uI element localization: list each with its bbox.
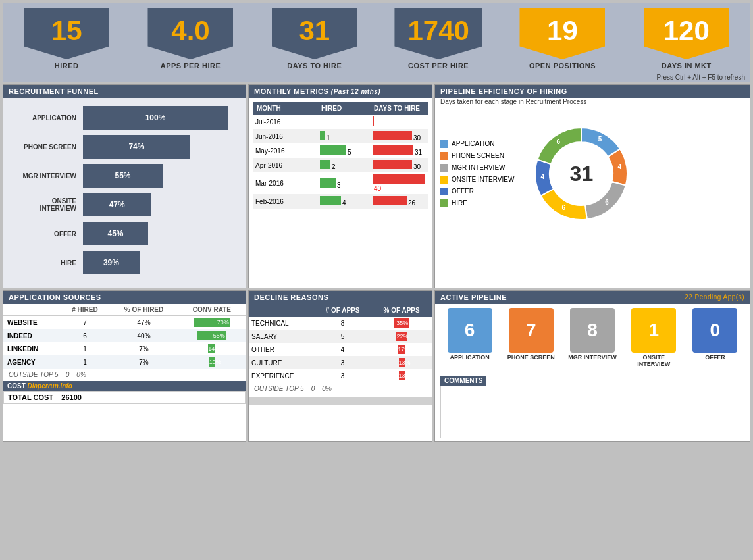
kpi-label: APPS PER HIRE xyxy=(161,62,221,72)
monthly-title: MONTHLY METRICS (Past 12 mths) xyxy=(249,85,432,98)
pipeline-stage-box: 8MGR INTERVIEW xyxy=(563,308,621,367)
funnel-bar: 47% xyxy=(83,193,151,216)
decline-table: # OF APPS% OF APPSTECHNICAL835%SALARY522… xyxy=(249,304,432,382)
svg-text:6: 6 xyxy=(557,138,561,145)
legend-label: HIRE xyxy=(452,197,467,209)
svg-text:4: 4 xyxy=(618,163,622,170)
kpi-item-hired: 15HIRED xyxy=(5,8,128,72)
monthly-month: Jul-2016 xyxy=(253,115,317,129)
pipeline-stage-label: APPLICATION xyxy=(450,354,489,361)
funnel-bar: 100% xyxy=(83,106,228,130)
decline-row: OTHER417% xyxy=(249,343,432,356)
total-cost-label: TOTAL COST xyxy=(8,394,53,401)
monthly-col-header: MONTH xyxy=(253,102,317,115)
kpi-item-days-to-hire: 31DAYS TO HIRE xyxy=(253,8,376,72)
pipeline-stage-value: 7 xyxy=(509,308,554,353)
decline-row: TECHNICAL835% xyxy=(249,317,432,330)
kpi-label: HIRED xyxy=(55,62,79,72)
funnel-row: PHONE SCREEN74% xyxy=(14,135,235,159)
app-sources-table: # HIRED% OF HIREDCONV RATEWEBSITE747%70%… xyxy=(3,304,246,369)
legend-item: HIRE xyxy=(440,197,514,209)
kpi-item-cost-per-hire: 1740COST PER HIRE xyxy=(377,8,500,72)
pipeline-content: APPLICATIONPHONE SCREENMGR INTERVIEWONSI… xyxy=(435,109,750,238)
funnel-content: APPLICATION100%PHONE SCREEN74%MGR INTERV… xyxy=(3,98,246,288)
monthly-month: Feb-2016 xyxy=(253,194,317,209)
pipeline-legend: APPLICATIONPHONE SCREENMGR INTERVIEWONSI… xyxy=(440,138,514,209)
legend-label: ONSITE INTERVIEW xyxy=(452,174,514,186)
pipeline-stage-value: 0 xyxy=(692,308,737,353)
svg-text:6: 6 xyxy=(562,204,566,211)
monthly-row: Jul-2016 xyxy=(253,115,428,129)
cost-label: COST xyxy=(7,382,26,390)
source-col-header: CONV RATE xyxy=(178,304,246,316)
funnel-panel: RECRUITMENT FUNNEL APPLICATION100%PHONE … xyxy=(3,84,246,288)
funnel-row: MGR INTERVIEW55% xyxy=(14,164,235,188)
legend-label: APPLICATION xyxy=(452,138,494,150)
funnel-row: HIRE39% xyxy=(14,251,235,274)
legend-item: APPLICATION xyxy=(440,138,514,150)
pipeline-stage-label: MGR INTERVIEW xyxy=(568,354,616,361)
monthly-month: Jun-2016 xyxy=(253,129,317,143)
funnel-title: RECRUITMENT FUNNEL xyxy=(3,85,246,98)
kpi-value: 15 xyxy=(24,8,109,59)
legend-item: MGR INTERVIEW xyxy=(440,162,514,174)
comments-body xyxy=(440,386,744,438)
total-cost-value: 26100 xyxy=(61,394,82,401)
kpi-value: 31 xyxy=(272,8,357,59)
kpi-label: COST PER HIRE xyxy=(408,62,469,72)
app-source-row: LINKEDIN17%14% xyxy=(3,342,246,355)
pipeline-panel: PIPELINE EFFICIENCY OF HIRING Days taken… xyxy=(434,84,750,288)
donut-center-value: 31 xyxy=(570,162,594,186)
source-col-header: # HIRED xyxy=(60,304,109,316)
svg-text:5: 5 xyxy=(598,136,602,143)
monthly-content: MONTHHIREDDAYS TO HIREJul-2016Jun-201613… xyxy=(249,98,432,213)
legend-label: OFFER xyxy=(452,186,474,197)
svg-text:6: 6 xyxy=(606,199,610,206)
funnel-bar: 39% xyxy=(83,251,140,274)
funnel-row-label: MGR INTERVIEW xyxy=(14,172,83,180)
watermark: Diaperrun.info xyxy=(28,382,72,390)
monthly-row: Jun-2016130 xyxy=(253,129,428,143)
pipeline-stage-label: OFFER xyxy=(705,354,725,361)
funnel-row-label: OFFER xyxy=(14,230,83,238)
pipeline-stage-box: 0OFFER xyxy=(686,308,744,367)
app-sources-panel: APPLICATION SOURCES # HIRED% OF HIREDCON… xyxy=(3,290,246,442)
kpi-item-open-positions: 19OPEN POSITIONS xyxy=(501,8,623,72)
decline-col-header: # OF APPS xyxy=(314,304,371,317)
app-source-row: INDEED640%55% xyxy=(3,329,246,342)
source-col-header: % OF HIRED xyxy=(109,304,178,316)
kpi-value: 1740 xyxy=(394,8,482,59)
kpi-label: DAYS IN MKT xyxy=(662,62,712,72)
dashboard: 15HIRED4.0APPS PER HIRE31DAYS TO HIRE174… xyxy=(0,0,753,444)
funnel-row: OFFER45% xyxy=(14,222,235,245)
pipeline-stage-box: 1ONSITE INTERVIEW xyxy=(625,308,683,367)
decline-row: EXPERIENCE313% xyxy=(249,369,432,382)
monthly-col-header: HIRED xyxy=(317,102,370,115)
cost-bar: COST Diaperrun.info xyxy=(3,381,246,391)
app-sources-content: # HIRED% OF HIREDCONV RATEWEBSITE747%70%… xyxy=(3,304,246,404)
pipeline-stage-box: 7PHONE SCREEN xyxy=(502,308,560,367)
monthly-row: Apr-2016230 xyxy=(253,158,428,172)
total-cost-row: TOTAL COST 26100 xyxy=(3,391,246,404)
legend-item: PHONE SCREEN xyxy=(440,150,514,162)
kpi-value: 120 xyxy=(644,8,729,59)
pending-label: 22 Pending App(s) xyxy=(685,293,744,301)
legend-label: MGR INTERVIEW xyxy=(452,162,505,174)
funnel-row: APPLICATION100% xyxy=(14,106,235,130)
decline-col-header: % OF APPS xyxy=(371,304,432,317)
kpi-row: 15HIRED4.0APPS PER HIRE31DAYS TO HIRE174… xyxy=(3,3,750,72)
source-col-header xyxy=(3,304,60,316)
funnel-bar: 74% xyxy=(83,135,190,159)
sources-outside-row: OUTSIDE TOP 5 0 0% xyxy=(3,369,246,381)
monthly-col-header: DAYS TO HIRE xyxy=(370,102,428,115)
legend-label: PHONE SCREEN xyxy=(452,150,504,162)
pipeline-subtitle: Days taken for each stage in Recruitment… xyxy=(435,98,750,109)
pipeline-stage-value: 1 xyxy=(631,308,676,353)
legend-item: OFFER xyxy=(440,186,514,197)
comments-header: COMMENTS xyxy=(440,376,486,386)
funnel-bar: 45% xyxy=(83,222,148,245)
legend-item: ONSITE INTERVIEW xyxy=(440,174,514,186)
monthly-panel: MONTHLY METRICS (Past 12 mths) MONTHHIRE… xyxy=(248,84,432,288)
decline-panel: DECLINE REASONS # OF APPS% OF APPSTECHNI… xyxy=(248,290,432,442)
decline-title: DECLINE REASONS xyxy=(249,291,432,304)
